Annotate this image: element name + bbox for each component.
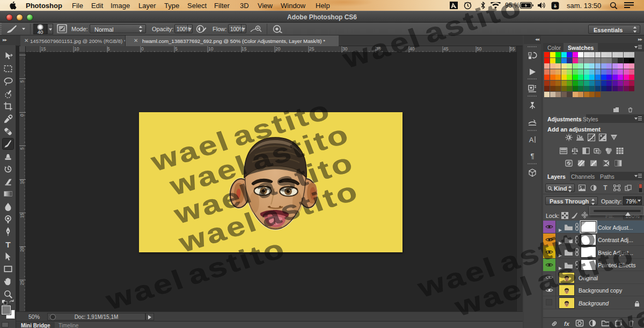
svg-text:T: T <box>603 184 608 191</box>
svg-text:fx: fx <box>564 320 570 327</box>
svg-text:T: T <box>5 239 11 249</box>
svg-text:ة: ة <box>554 3 557 9</box>
svg-text:¶: ¶ <box>531 152 535 160</box>
svg-text:A: A <box>529 136 534 144</box>
